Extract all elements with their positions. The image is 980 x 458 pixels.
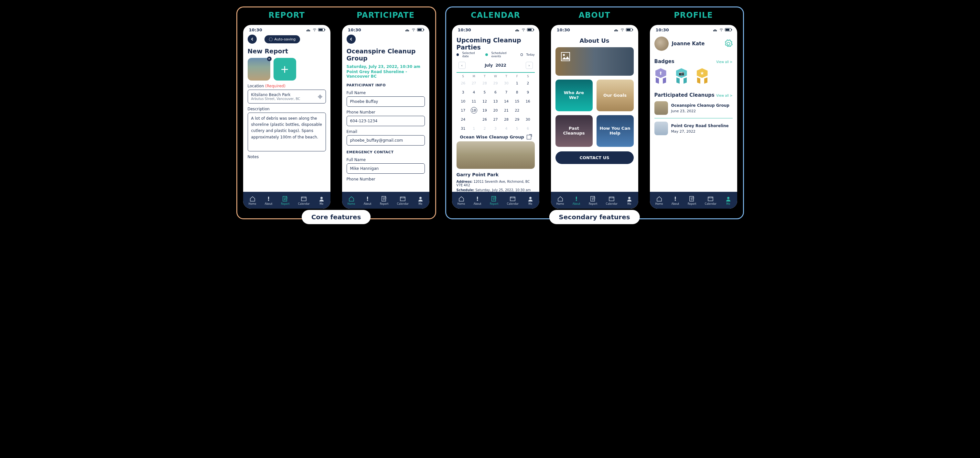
nav-me[interactable]: Me	[626, 196, 632, 205]
full-name-input[interactable]: Phoebe Buffay	[347, 96, 425, 107]
description-textarea[interactable]: A lot of debris was seen along the shore…	[248, 113, 326, 152]
calendar-day[interactable]: 31	[458, 125, 468, 132]
locate-icon[interactable]	[318, 94, 322, 99]
nav-about[interactable]: !About	[265, 196, 272, 205]
about-card-help[interactable]: How You Can Help	[597, 115, 634, 147]
calendar-day-scheduled[interactable]: 23	[522, 107, 533, 113]
nav-calendar[interactable]: Calendar	[606, 196, 617, 205]
calendar-day[interactable]: 13	[490, 98, 501, 104]
calendar-day[interactable]: 2	[522, 80, 533, 86]
calendar-day[interactable]: 30	[501, 80, 512, 86]
nav-home[interactable]: Home	[348, 196, 355, 205]
event-link[interactable]: Ocean Wise Cleanup Group	[457, 134, 535, 139]
nav-report[interactable]: Report	[490, 196, 499, 205]
about-card-who[interactable]: Who Are We?	[555, 80, 593, 111]
calendar-day[interactable]: 27	[490, 116, 501, 123]
calendar-day[interactable]: 30	[522, 116, 533, 123]
next-month-button[interactable]: ›	[526, 62, 533, 69]
nav-home[interactable]: Home	[249, 196, 256, 205]
calendar-day[interactable]: 8	[512, 89, 522, 96]
email-input[interactable]: phoebe_buffay@gmail.com	[347, 135, 425, 145]
calendar-day[interactable]: 11	[468, 98, 479, 104]
settings-button[interactable]	[724, 40, 733, 48]
status-time: 10:30	[557, 27, 570, 32]
calendar-day[interactable]: 27	[468, 80, 479, 86]
group-title: Oceanspire Cleanup Group	[347, 48, 425, 62]
nav-report[interactable]: Report	[688, 196, 697, 205]
nav-me[interactable]: Me	[417, 196, 423, 205]
calendar-day-selected[interactable]: 25	[468, 116, 479, 123]
add-photo-button[interactable]: +	[274, 58, 296, 81]
nav-about[interactable]: !About	[474, 196, 481, 205]
calendar-day[interactable]: 14	[501, 98, 512, 104]
calendar-day[interactable]: 9	[522, 89, 533, 96]
calendar-day[interactable]: 19	[479, 107, 490, 113]
location-input[interactable]: Kitsilano Beach Park Arbutus Street, Van…	[248, 89, 326, 104]
calendar-day[interactable]: 5	[512, 125, 522, 132]
calendar-day[interactable]: 1	[468, 125, 479, 132]
prev-month-button[interactable]: ‹	[458, 62, 466, 69]
calendar-day[interactable]: 22	[512, 107, 522, 113]
nav-me[interactable]: Me	[725, 196, 731, 205]
nav-me[interactable]: Me	[318, 196, 325, 205]
about-card-goals[interactable]: Our Goals	[597, 80, 634, 111]
calendar-day[interactable]: 28	[501, 116, 512, 123]
calendar-day[interactable]: 29	[490, 80, 501, 86]
calendar-day[interactable]: 12	[479, 98, 490, 104]
calendar-day[interactable]: 15	[512, 98, 522, 104]
nav-about[interactable]: !About	[364, 196, 372, 205]
calendar-day[interactable]: 6	[522, 125, 533, 132]
calendar-day[interactable]: 21	[501, 107, 512, 113]
nav-calendar[interactable]: Calendar	[298, 196, 310, 205]
calendar-day[interactable]: 4	[468, 89, 479, 96]
schedule-label: Schedule:	[457, 188, 475, 192]
calendar-day[interactable]: 16	[522, 98, 533, 104]
nav-calendar[interactable]: Calendar	[397, 196, 409, 205]
nav-report[interactable]: Report	[589, 196, 598, 205]
nav-report[interactable]: Report	[281, 196, 290, 205]
avatar[interactable]	[654, 37, 669, 51]
nav-report[interactable]: Report	[380, 196, 389, 205]
calendar-day[interactable]: 24	[458, 116, 468, 123]
ec-name-input[interactable]: Mike Hannigan	[347, 163, 425, 174]
calendar-day[interactable]: 26	[458, 80, 468, 86]
calendar-day[interactable]: 29	[512, 116, 522, 123]
back-button[interactable]	[347, 35, 356, 44]
calendar-day[interactable]: 4	[501, 125, 512, 132]
auto-saving-pill: Auto-saving	[264, 35, 301, 43]
calendar-day[interactable]: 26	[479, 116, 490, 123]
about-card-past[interactable]: Past Cleanups	[555, 115, 593, 147]
photo-thumbnail[interactable]: ✕	[248, 58, 270, 81]
cleanup-item[interactable]: Oceanspire Cleanup Group June 23, 2022	[654, 98, 733, 118]
view-all-cleanups-link[interactable]: View all >	[716, 94, 732, 97]
bottom-nav: Home !About Report Calendar Me	[650, 192, 737, 209]
nav-about[interactable]: !About	[671, 196, 679, 205]
nav-calendar[interactable]: Calendar	[705, 196, 716, 205]
nav-me[interactable]: Me	[527, 196, 533, 205]
svg-rect-11	[561, 53, 570, 61]
nav-home[interactable]: Home	[458, 196, 465, 205]
calendar-day[interactable]: 20	[490, 107, 501, 113]
view-all-badges-link[interactable]: View all >	[716, 60, 732, 64]
nav-calendar[interactable]: Calendar	[507, 196, 519, 205]
calendar-day-today[interactable]: 18	[468, 107, 479, 113]
calendar-day[interactable]: 28	[479, 80, 490, 86]
nav-about[interactable]: !About	[573, 196, 581, 205]
remove-photo-button[interactable]: ✕	[267, 57, 272, 61]
nav-home[interactable]: Home	[655, 196, 663, 205]
calendar-day[interactable]: 2	[479, 125, 490, 132]
contact-us-button[interactable]: CONTACT US	[555, 152, 634, 164]
calendar-day[interactable]: 6	[490, 89, 501, 96]
calendar-day[interactable]: 3	[458, 89, 468, 96]
calendar-day[interactable]: 1	[512, 80, 522, 86]
calendar-day[interactable]: 5	[479, 89, 490, 96]
calendar-day[interactable]: 10	[458, 98, 468, 104]
phone-input[interactable]: 604-123-1234	[347, 116, 425, 126]
nav-home[interactable]: Home	[557, 196, 564, 205]
back-button[interactable]	[248, 35, 257, 44]
cleanup-item[interactable]: Point Grey Road Shoreline May 27, 2022	[654, 118, 733, 139]
calendar-day[interactable]: 3	[490, 125, 501, 132]
calendar-day[interactable]: 7	[501, 89, 512, 96]
calendar-day[interactable]: 17	[458, 107, 468, 113]
secondary-features-label: Secondary features	[549, 210, 640, 224]
